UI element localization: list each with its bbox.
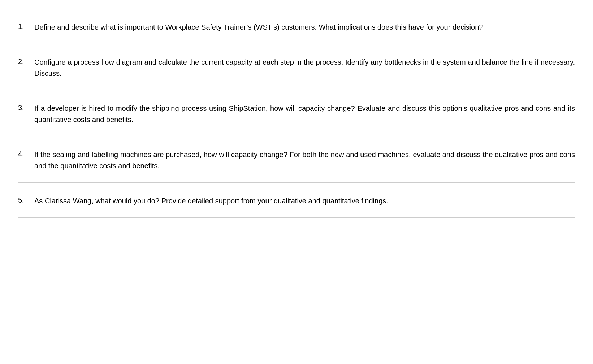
questions-list: 1.Define and describe what is important … <box>18 14 575 218</box>
question-text: If a developer is hired to modify the sh… <box>34 103 575 125</box>
question-item: 5.As Clarissa Wang, what would you do? P… <box>18 183 575 218</box>
question-text: As Clarissa Wang, what would you do? Pro… <box>34 195 575 207</box>
question-item: 3.If a developer is hired to modify the … <box>18 90 575 136</box>
question-number: 5. <box>18 195 34 204</box>
question-text: Define and describe what is important to… <box>34 22 575 33</box>
question-number: 4. <box>18 149 34 158</box>
question-number: 1. <box>18 22 34 31</box>
question-number: 2. <box>18 57 34 66</box>
question-item: 2.Configure a process flow diagram and c… <box>18 44 575 90</box>
question-text: Configure a process flow diagram and cal… <box>34 57 575 79</box>
question-item: 4.If the sealing and labelling machines … <box>18 136 575 183</box>
question-item: 1.Define and describe what is important … <box>18 14 575 44</box>
question-number: 3. <box>18 103 34 112</box>
question-text: If the sealing and labelling machines ar… <box>34 149 575 172</box>
